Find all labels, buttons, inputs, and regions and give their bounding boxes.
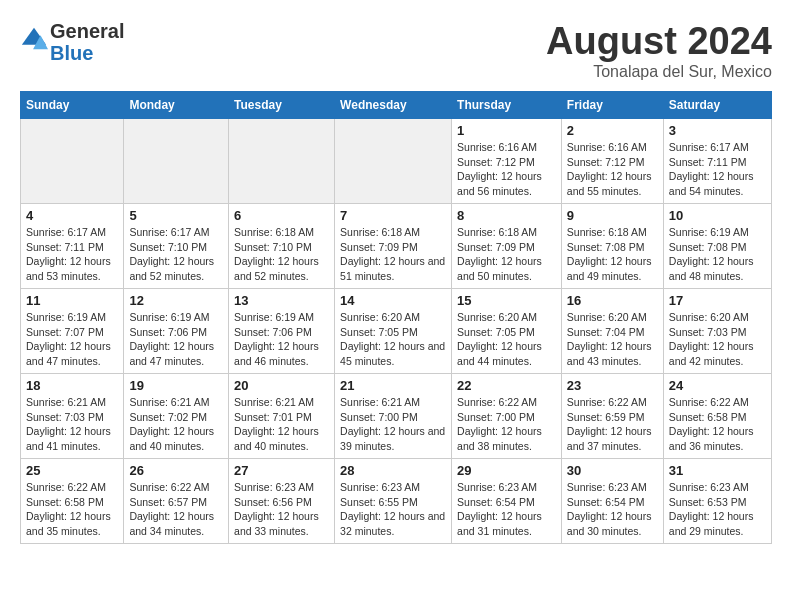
day-info: Sunrise: 6:19 AMSunset: 7:06 PMDaylight:… [234,310,329,369]
calendar-cell: 23Sunrise: 6:22 AMSunset: 6:59 PMDayligh… [561,374,663,459]
day-info: Sunrise: 6:19 AMSunset: 7:07 PMDaylight:… [26,310,118,369]
logo-general: General [50,20,124,42]
calendar-cell: 28Sunrise: 6:23 AMSunset: 6:55 PMDayligh… [335,459,452,544]
logo-icon [20,26,48,54]
day-info: Sunrise: 6:23 AMSunset: 6:55 PMDaylight:… [340,480,446,539]
day-number: 21 [340,378,446,393]
day-info: Sunrise: 6:22 AMSunset: 6:58 PMDaylight:… [26,480,118,539]
calendar-cell: 21Sunrise: 6:21 AMSunset: 7:00 PMDayligh… [335,374,452,459]
calendar-cell [229,119,335,204]
weekday-header-sunday: Sunday [21,92,124,119]
weekday-header-saturday: Saturday [663,92,771,119]
day-number: 13 [234,293,329,308]
calendar-cell: 15Sunrise: 6:20 AMSunset: 7:05 PMDayligh… [452,289,562,374]
calendar-cell: 27Sunrise: 6:23 AMSunset: 6:56 PMDayligh… [229,459,335,544]
calendar-cell: 7Sunrise: 6:18 AMSunset: 7:09 PMDaylight… [335,204,452,289]
weekday-header-wednesday: Wednesday [335,92,452,119]
day-number: 11 [26,293,118,308]
location: Tonalapa del Sur, Mexico [546,63,772,81]
calendar-cell: 30Sunrise: 6:23 AMSunset: 6:54 PMDayligh… [561,459,663,544]
day-info: Sunrise: 6:21 AMSunset: 7:02 PMDaylight:… [129,395,223,454]
day-info: Sunrise: 6:17 AMSunset: 7:11 PMDaylight:… [669,140,766,199]
weekday-header-monday: Monday [124,92,229,119]
calendar-cell: 2Sunrise: 6:16 AMSunset: 7:12 PMDaylight… [561,119,663,204]
title-block: August 2024 Tonalapa del Sur, Mexico [546,20,772,81]
day-info: Sunrise: 6:16 AMSunset: 7:12 PMDaylight:… [457,140,556,199]
day-info: Sunrise: 6:20 AMSunset: 7:05 PMDaylight:… [457,310,556,369]
day-info: Sunrise: 6:22 AMSunset: 6:59 PMDaylight:… [567,395,658,454]
calendar-cell [21,119,124,204]
weekday-header-tuesday: Tuesday [229,92,335,119]
day-number: 29 [457,463,556,478]
day-number: 1 [457,123,556,138]
calendar-cell: 10Sunrise: 6:19 AMSunset: 7:08 PMDayligh… [663,204,771,289]
week-row-5: 25Sunrise: 6:22 AMSunset: 6:58 PMDayligh… [21,459,772,544]
week-row-3: 11Sunrise: 6:19 AMSunset: 7:07 PMDayligh… [21,289,772,374]
day-number: 6 [234,208,329,223]
day-info: Sunrise: 6:18 AMSunset: 7:08 PMDaylight:… [567,225,658,284]
day-number: 4 [26,208,118,223]
calendar-cell: 17Sunrise: 6:20 AMSunset: 7:03 PMDayligh… [663,289,771,374]
month-year: August 2024 [546,20,772,63]
day-info: Sunrise: 6:16 AMSunset: 7:12 PMDaylight:… [567,140,658,199]
day-info: Sunrise: 6:17 AMSunset: 7:11 PMDaylight:… [26,225,118,284]
day-number: 17 [669,293,766,308]
calendar-cell: 9Sunrise: 6:18 AMSunset: 7:08 PMDaylight… [561,204,663,289]
calendar-cell: 14Sunrise: 6:20 AMSunset: 7:05 PMDayligh… [335,289,452,374]
calendar-cell: 4Sunrise: 6:17 AMSunset: 7:11 PMDaylight… [21,204,124,289]
day-number: 12 [129,293,223,308]
calendar-cell: 25Sunrise: 6:22 AMSunset: 6:58 PMDayligh… [21,459,124,544]
day-number: 5 [129,208,223,223]
day-info: Sunrise: 6:19 AMSunset: 7:08 PMDaylight:… [669,225,766,284]
day-number: 18 [26,378,118,393]
calendar-cell: 19Sunrise: 6:21 AMSunset: 7:02 PMDayligh… [124,374,229,459]
day-info: Sunrise: 6:20 AMSunset: 7:04 PMDaylight:… [567,310,658,369]
day-number: 28 [340,463,446,478]
day-info: Sunrise: 6:20 AMSunset: 7:05 PMDaylight:… [340,310,446,369]
calendar-cell: 29Sunrise: 6:23 AMSunset: 6:54 PMDayligh… [452,459,562,544]
day-number: 7 [340,208,446,223]
day-info: Sunrise: 6:17 AMSunset: 7:10 PMDaylight:… [129,225,223,284]
weekday-header-thursday: Thursday [452,92,562,119]
day-number: 19 [129,378,223,393]
day-info: Sunrise: 6:20 AMSunset: 7:03 PMDaylight:… [669,310,766,369]
logo: General Blue [20,20,124,64]
day-number: 23 [567,378,658,393]
calendar-cell: 6Sunrise: 6:18 AMSunset: 7:10 PMDaylight… [229,204,335,289]
calendar-cell: 3Sunrise: 6:17 AMSunset: 7:11 PMDaylight… [663,119,771,204]
calendar-cell: 26Sunrise: 6:22 AMSunset: 6:57 PMDayligh… [124,459,229,544]
calendar-cell: 16Sunrise: 6:20 AMSunset: 7:04 PMDayligh… [561,289,663,374]
day-info: Sunrise: 6:19 AMSunset: 7:06 PMDaylight:… [129,310,223,369]
day-number: 10 [669,208,766,223]
day-number: 3 [669,123,766,138]
day-number: 16 [567,293,658,308]
day-info: Sunrise: 6:23 AMSunset: 6:54 PMDaylight:… [457,480,556,539]
week-row-1: 1Sunrise: 6:16 AMSunset: 7:12 PMDaylight… [21,119,772,204]
day-info: Sunrise: 6:23 AMSunset: 6:54 PMDaylight:… [567,480,658,539]
calendar-cell: 1Sunrise: 6:16 AMSunset: 7:12 PMDaylight… [452,119,562,204]
calendar-cell: 24Sunrise: 6:22 AMSunset: 6:58 PMDayligh… [663,374,771,459]
calendar-cell: 12Sunrise: 6:19 AMSunset: 7:06 PMDayligh… [124,289,229,374]
calendar-table: SundayMondayTuesdayWednesdayThursdayFrid… [20,91,772,544]
day-info: Sunrise: 6:23 AMSunset: 6:53 PMDaylight:… [669,480,766,539]
day-number: 31 [669,463,766,478]
calendar-cell [124,119,229,204]
calendar-cell: 20Sunrise: 6:21 AMSunset: 7:01 PMDayligh… [229,374,335,459]
day-number: 2 [567,123,658,138]
day-number: 22 [457,378,556,393]
calendar-cell: 22Sunrise: 6:22 AMSunset: 7:00 PMDayligh… [452,374,562,459]
day-number: 26 [129,463,223,478]
calendar-cell: 11Sunrise: 6:19 AMSunset: 7:07 PMDayligh… [21,289,124,374]
day-info: Sunrise: 6:18 AMSunset: 7:09 PMDaylight:… [340,225,446,284]
week-row-2: 4Sunrise: 6:17 AMSunset: 7:11 PMDaylight… [21,204,772,289]
calendar-cell: 31Sunrise: 6:23 AMSunset: 6:53 PMDayligh… [663,459,771,544]
day-info: Sunrise: 6:23 AMSunset: 6:56 PMDaylight:… [234,480,329,539]
week-row-4: 18Sunrise: 6:21 AMSunset: 7:03 PMDayligh… [21,374,772,459]
day-info: Sunrise: 6:21 AMSunset: 7:00 PMDaylight:… [340,395,446,454]
day-info: Sunrise: 6:21 AMSunset: 7:03 PMDaylight:… [26,395,118,454]
day-number: 9 [567,208,658,223]
weekday-header-friday: Friday [561,92,663,119]
calendar-cell [335,119,452,204]
day-info: Sunrise: 6:22 AMSunset: 6:58 PMDaylight:… [669,395,766,454]
day-info: Sunrise: 6:18 AMSunset: 7:09 PMDaylight:… [457,225,556,284]
